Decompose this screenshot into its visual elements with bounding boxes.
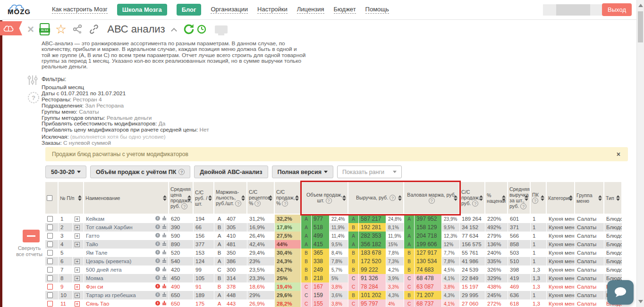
column-header[interactable]: Валовая маржа, руб. ? [404, 182, 460, 215]
vertical-scrollbar[interactable] [636, 0, 644, 307]
dish-name-link[interactable]: Тот самый Харбин [86, 224, 133, 230]
info-icon[interactable]: i [155, 241, 160, 246]
info-icon[interactable]: i [155, 233, 160, 238]
sort-icon[interactable] [295, 195, 299, 201]
mozg-logo[interactable]: MOZG [7, 3, 36, 17]
hierarchy-icon[interactable] [162, 275, 167, 280]
expand-icon[interactable]: + [75, 267, 80, 273]
dish-name-link[interactable]: 500 дней лета [86, 267, 122, 273]
column-header[interactable]: С/С руб. /шт. [194, 182, 214, 215]
hierarchy-icon[interactable] [162, 258, 167, 263]
row-checkbox[interactable] [47, 216, 53, 222]
show-ranks-select[interactable]: Показать ранги [337, 166, 402, 178]
hierarchy-icon[interactable] [162, 292, 167, 297]
column-header[interactable]: Средняя выручка за шт., руб. ? [508, 182, 531, 215]
sort-icon[interactable] [187, 195, 191, 201]
sort-icon[interactable] [569, 195, 573, 201]
row-checkbox[interactable] [47, 284, 53, 290]
link-icon[interactable] [88, 24, 100, 34]
nav-item[interactable]: Школа Мозга [117, 4, 167, 16]
info-icon[interactable]: i [155, 216, 160, 221]
info-icon[interactable]: i [155, 292, 160, 297]
nav-item[interactable]: Лицензия [297, 6, 324, 14]
column-header[interactable]: Маржина-льность, руб./шт. ? [214, 182, 247, 215]
share-icon[interactable] [72, 24, 83, 34]
dish-name-link[interactable]: Тайо [86, 241, 98, 247]
close-icon[interactable]: × [27, 24, 34, 34]
hierarchy-icon[interactable] [162, 233, 167, 238]
question-icon[interactable]: ? [472, 200, 478, 207]
dish-name-link[interactable]: Цезарь (креветка) [86, 258, 131, 264]
question-icon[interactable]: ? [178, 169, 185, 175]
sort-icon[interactable] [342, 195, 346, 201]
column-header[interactable]: Категория [547, 182, 575, 215]
row-checkbox[interactable] [47, 241, 53, 247]
expand-icon[interactable]: + [75, 276, 80, 281]
dish-name-link[interactable]: Тартар из гребешка [86, 292, 136, 298]
dish-name-link[interactable]: Кейкам [86, 216, 104, 222]
column-header[interactable]: С/С рецептов, % ? [247, 182, 275, 215]
sort-icon[interactable] [269, 195, 272, 201]
hierarchy-icon[interactable] [162, 216, 167, 221]
row-checkbox[interactable] [47, 224, 53, 230]
help-icon[interactable]: ? [27, 91, 40, 104]
row-checkbox[interactable] [47, 250, 53, 256]
xlsx-export-icon[interactable]: XLSX [40, 23, 50, 35]
column-header[interactable]: Тип [604, 182, 622, 215]
sort-icon[interactable] [598, 195, 602, 201]
column-header[interactable]: С/С продаж, руб. ? [460, 182, 485, 215]
info-icon[interactable]: i [155, 284, 160, 289]
question-icon[interactable]: ? [254, 200, 261, 207]
control-button[interactable]: Двойной АВС-анализ [194, 166, 268, 178]
report-flag-tab[interactable] [0, 21, 22, 35]
hierarchy-icon[interactable] [162, 267, 167, 272]
collapse-all-reports-button[interactable] [23, 230, 40, 242]
row-checkbox[interactable] [47, 233, 53, 239]
hierarchy-icon[interactable] [162, 284, 167, 289]
column-header[interactable]: % наценки [485, 182, 508, 215]
control-button[interactable]: 50-30-20 [45, 166, 86, 178]
sort-icon[interactable] [78, 195, 82, 201]
row-checkbox[interactable] [47, 292, 53, 298]
nav-item[interactable]: Помощь [365, 6, 389, 14]
row-checkbox[interactable] [47, 301, 53, 307]
dish-name-link[interactable]: Мояма [86, 275, 103, 281]
expand-icon[interactable]: + [75, 301, 80, 307]
column-header[interactable]: Средняя цена продажи, руб. ? [169, 182, 194, 215]
info-icon[interactable]: i [155, 224, 160, 229]
question-icon[interactable]: ? [390, 195, 396, 201]
sort-icon[interactable] [454, 195, 458, 201]
column-header[interactable]: Объем продаж, шт. ? [301, 182, 348, 215]
sort-icon[interactable] [241, 195, 245, 201]
column-header[interactable]: С/С продаж, % ? [275, 182, 301, 215]
expand-icon[interactable]: + [75, 216, 80, 222]
sort-icon[interactable] [479, 195, 483, 201]
info-icon[interactable]: i [155, 250, 160, 255]
scroll-up-icon[interactable] [638, 4, 643, 7]
collapse-chevron-icon[interactable] [171, 28, 177, 34]
refresh-icon[interactable] [183, 23, 195, 35]
select-all-checkbox[interactable] [47, 195, 52, 201]
column-header[interactable]: Группа меню [575, 182, 604, 215]
row-checkbox[interactable] [47, 275, 53, 281]
favorite-star-icon[interactable]: ☆ [55, 23, 67, 35]
control-button[interactable]: Объём продаж с учётом ПК? [90, 166, 190, 178]
hierarchy-icon[interactable] [162, 250, 167, 255]
control-button[interactable]: Полная версия [272, 166, 334, 178]
nav-item[interactable]: Настройки [257, 6, 288, 14]
monitor-icon[interactable] [215, 25, 228, 33]
sort-icon[interactable] [541, 195, 544, 201]
notice-close-icon[interactable]: × [617, 150, 620, 158]
question-icon[interactable]: ? [532, 198, 538, 204]
dish-name-link[interactable]: Гатто [86, 233, 100, 239]
dish-name-link[interactable]: Ям Тале [86, 250, 107, 256]
sort-icon[interactable] [163, 195, 167, 201]
sort-icon[interactable] [398, 195, 402, 201]
question-icon[interactable]: ? [181, 203, 187, 209]
filters-icon[interactable] [27, 75, 38, 86]
hierarchy-icon[interactable] [162, 301, 167, 306]
expand-icon[interactable]: + [75, 284, 80, 290]
dish-name-link[interactable]: Фэн си [86, 284, 103, 290]
expand-icon[interactable]: + [75, 225, 80, 230]
expand-icon[interactable]: + [75, 233, 80, 239]
